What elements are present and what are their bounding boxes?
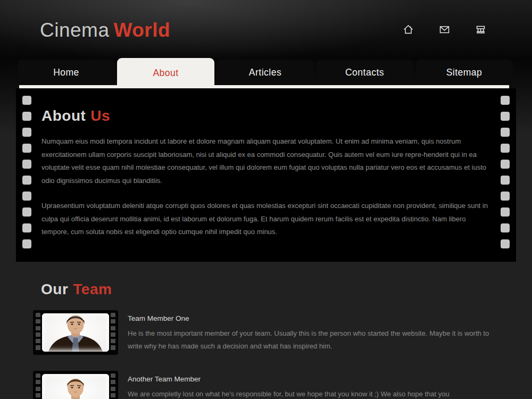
team-member-row: Another Team Member We are completly los… bbox=[33, 371, 118, 399]
team-heading: OurTeam bbox=[41, 281, 112, 298]
team-member-photo bbox=[42, 313, 109, 352]
tab-articles[interactable]: Articles bbox=[217, 60, 314, 85]
team-member-row: Team Member One He is the most important… bbox=[33, 310, 118, 355]
film-strip-perforations bbox=[111, 373, 115, 399]
team-member-text: Team Member One He is the most important… bbox=[128, 314, 489, 353]
team-heading-accent: Team bbox=[73, 281, 112, 297]
tab-sitemap[interactable]: Sitemap bbox=[415, 60, 513, 85]
tab-about[interactable]: About bbox=[117, 58, 214, 88]
site-logo[interactable]: CinemaWorld bbox=[40, 19, 170, 41]
film-perforations-left bbox=[22, 96, 31, 255]
team-member-description: We are completly lost on what he's respo… bbox=[128, 388, 489, 399]
team-member-name: Another Team Member bbox=[128, 375, 489, 383]
sitemap-link[interactable] bbox=[475, 24, 486, 35]
team-heading-primary: Our bbox=[41, 281, 68, 297]
film-perforations-right bbox=[501, 96, 510, 255]
about-heading-primary: About bbox=[41, 107, 86, 124]
film-strip-perforations bbox=[36, 313, 40, 352]
tab-home[interactable]: Home bbox=[18, 60, 115, 85]
team-member-description: He is the most important member of your … bbox=[128, 327, 489, 353]
team-member-text: Another Team Member We are completly los… bbox=[128, 375, 489, 399]
home-icon bbox=[403, 24, 414, 35]
logo-text-accent: World bbox=[114, 19, 171, 41]
about-heading: AboutUs bbox=[41, 107, 110, 124]
team-member-photo bbox=[42, 374, 109, 399]
team-member-name: Team Member One bbox=[128, 314, 489, 322]
sitemap-icon bbox=[475, 24, 486, 35]
photo-vignette bbox=[42, 313, 109, 352]
photo-vignette bbox=[42, 374, 109, 399]
about-paragraph-1: Numquam eius modi tempora incidunt ut la… bbox=[41, 135, 488, 187]
film-strip-perforations bbox=[36, 373, 40, 399]
about-text-block: Numquam eius modi tempora incidunt ut la… bbox=[41, 135, 488, 251]
mail-icon bbox=[439, 24, 450, 35]
main-nav: Home About Articles Contacts Sitemap bbox=[18, 60, 516, 88]
tab-contacts[interactable]: Contacts bbox=[316, 60, 413, 85]
mail-link[interactable] bbox=[439, 24, 450, 35]
about-heading-accent: Us bbox=[90, 107, 110, 124]
film-photo-frame bbox=[33, 371, 118, 399]
logo-text-primary: Cinema bbox=[40, 19, 110, 41]
about-paragraph-2: Upraesentium voluptatum deleniti atque c… bbox=[41, 200, 488, 239]
home-link[interactable] bbox=[403, 24, 414, 35]
cinema-world-page: CinemaWorld Ho bbox=[0, 0, 532, 399]
about-content-box: AboutUs Numquam eius modi tempora incidu… bbox=[16, 88, 516, 262]
header-icon-bar bbox=[403, 24, 486, 35]
film-strip-perforations bbox=[111, 313, 115, 352]
film-photo-frame bbox=[33, 310, 118, 355]
